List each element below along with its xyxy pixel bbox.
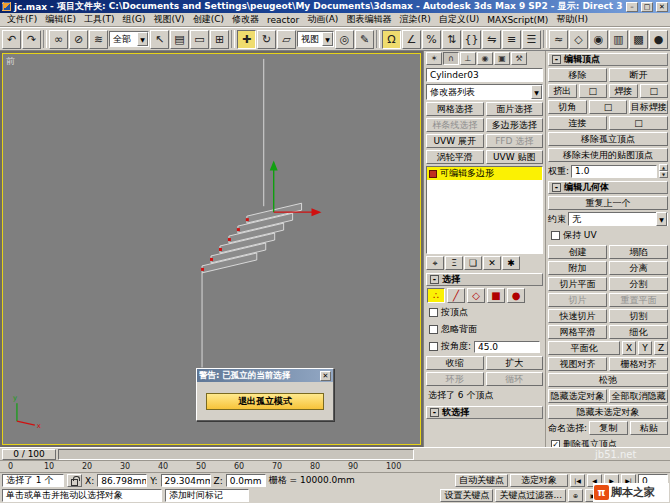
delete-isolated-vertices-checkbox[interactable]: ✓ 删除孤立顶点 <box>551 438 665 447</box>
select-object-icon[interactable]: ↖ <box>150 30 169 49</box>
unhide-all-button[interactable]: 全部取消隐藏 <box>609 389 668 403</box>
named-selection-sets-icon[interactable]: {} <box>462 30 481 49</box>
modifier-stack[interactable]: 可编辑多边形 <box>426 166 543 254</box>
remove-button[interactable]: 移除 <box>548 68 607 82</box>
msmooth-button[interactable]: 网格平滑 <box>548 325 607 339</box>
select-and-move-icon[interactable]: ✚ <box>237 30 256 49</box>
auto-key-button[interactable]: 自动关键点 <box>455 474 508 487</box>
modifier-set-button[interactable]: 网格选择 <box>426 102 484 116</box>
modifier-set-button[interactable]: UVW 贴图 <box>486 150 544 164</box>
chevron-down-icon[interactable]: ▼ <box>137 32 148 46</box>
bind-to-spacewarp-icon[interactable]: ≋ <box>89 30 108 49</box>
menu-graph-editors[interactable]: 图表编辑器 <box>342 13 395 26</box>
schematic-view-icon[interactable]: ◇ <box>569 30 588 49</box>
remove-modifier-icon[interactable]: ✕ <box>483 256 501 270</box>
chevron-down-icon[interactable]: ▼ <box>322 32 333 46</box>
shrink-button[interactable]: 收缩 <box>426 356 484 370</box>
element-subobject-icon[interactable]: ● <box>507 288 525 303</box>
quick-slice-button[interactable]: 快速切片 <box>548 309 607 323</box>
weight-field[interactable]: 1.0 <box>571 165 657 178</box>
cut-button[interactable]: 切割 <box>609 309 668 323</box>
hide-selected-button[interactable]: 隐藏选定对象 <box>548 389 607 403</box>
show-end-result-icon[interactable]: Ξ <box>445 256 463 270</box>
planar-x-button[interactable]: X <box>622 341 636 355</box>
menu-group[interactable]: 组(G) <box>118 13 149 26</box>
menu-edit[interactable]: 编辑(E) <box>41 13 80 26</box>
set-key-button[interactable]: 设置关键点 <box>440 489 493 502</box>
angle-snap-icon[interactable]: ∠ <box>402 30 421 49</box>
rollout-selection-header[interactable]: - 选择 <box>426 273 543 286</box>
checkbox-icon[interactable] <box>429 325 438 334</box>
menu-animation[interactable]: 动画(A) <box>303 13 342 26</box>
menu-file[interactable]: 文件(F) <box>3 13 41 26</box>
window-crossing-icon[interactable]: ⊞ <box>210 30 229 49</box>
stack-item-editable-poly[interactable]: 可编辑多边形 <box>427 167 542 180</box>
by-vertex-checkbox[interactable]: 按顶点 <box>429 306 540 319</box>
attach-button[interactable]: 附加 <box>548 261 607 275</box>
connect-settings-icon[interactable]: □ <box>609 116 668 130</box>
grid-align-button[interactable]: 栅格对齐 <box>609 357 668 371</box>
modifier-set-button[interactable]: 涡轮平滑 <box>426 150 484 164</box>
dialog-close-icon[interactable]: ✕ <box>320 371 331 381</box>
grow-button[interactable]: 扩大 <box>486 356 544 370</box>
menu-help[interactable]: 帮助(H) <box>552 13 592 26</box>
ignore-backfacing-checkbox[interactable]: 忽略背面 <box>429 323 540 336</box>
minimize-button[interactable]: – <box>626 2 638 12</box>
chamfer-button[interactable]: 切角 <box>548 100 587 114</box>
planar-y-button[interactable]: Y <box>638 341 652 355</box>
tab-display-icon[interactable]: ▣ <box>494 52 510 65</box>
target-weld-button[interactable]: 目标焊接 <box>629 100 668 114</box>
chevron-down-icon[interactable]: ▼ <box>531 85 542 99</box>
select-and-rotate-icon[interactable]: ↻ <box>257 30 276 49</box>
timeline-ruler[interactable]: 0 10 20 30 40 50 60 70 80 90 100 <box>0 460 670 473</box>
viewport-label[interactable]: 前 <box>6 55 15 68</box>
y-coordinate-field[interactable]: 29.304mm <box>161 474 211 487</box>
reference-coordinate-dropdown[interactable]: 视图 ▼ <box>297 31 334 47</box>
by-angle-checkbox[interactable]: 按角度: 45.0 <box>429 340 540 353</box>
menu-create[interactable]: 创建(C) <box>189 13 228 26</box>
key-filters-button[interactable]: 关键点过滤器... <box>495 489 566 502</box>
dialog-title-bar[interactable]: 警告: 已孤立的当前选择 ✕ <box>197 369 333 382</box>
select-and-scale-icon[interactable]: ▱ <box>277 30 296 49</box>
render-type-icon[interactable]: ▩ <box>629 30 648 49</box>
unlink-selection-icon[interactable]: ⊘ <box>69 30 88 49</box>
modifier-list-dropdown[interactable]: 修改器列表 ▼ <box>426 84 543 100</box>
planar-z-button[interactable]: Z <box>654 341 668 355</box>
angle-value-field[interactable]: 45.0 <box>474 341 540 353</box>
weight-spinner[interactable]: ▲▼ <box>659 164 668 178</box>
select-and-manipulate-icon[interactable]: ✎ <box>355 30 374 49</box>
menu-reactor[interactable]: reactor <box>263 15 303 25</box>
viewport-front[interactable]: y x 前 警告: 已孤立的当前选择 ✕ 退出孤立模式 <box>2 53 421 445</box>
zoom-icon[interactable]: ⊕ <box>568 489 583 502</box>
modifier-set-button[interactable]: 多边形选择 <box>486 118 544 132</box>
menu-rendering[interactable]: 渲染(R) <box>395 13 434 26</box>
exit-isolation-button[interactable]: 退出孤立模式 <box>206 393 324 410</box>
make-planar-button[interactable]: 平面化 <box>548 341 620 355</box>
extrude-settings-icon[interactable]: □ <box>579 84 608 98</box>
extrude-button[interactable]: 挤出 <box>548 84 577 98</box>
menu-customize[interactable]: 自定义(U) <box>435 13 484 26</box>
checkbox-icon[interactable] <box>429 342 438 351</box>
align-icon[interactable]: ≡ <box>502 30 521 49</box>
time-slider-track[interactable] <box>58 449 414 460</box>
pin-stack-icon[interactable]: ⌖ <box>426 256 444 270</box>
undo-icon[interactable]: ↶ <box>2 30 21 49</box>
view-align-button[interactable]: 视图对齐 <box>548 357 607 371</box>
split-button[interactable]: 分割 <box>609 277 668 291</box>
menu-views[interactable]: 视图(V) <box>149 13 188 26</box>
copy-button[interactable]: 复制 <box>589 421 627 435</box>
maximize-button[interactable]: □ <box>641 2 653 12</box>
menu-maxscript[interactable]: MAXScript(M) <box>483 15 552 25</box>
select-and-link-icon[interactable]: ∞ <box>49 30 68 49</box>
tab-create-icon[interactable]: ✶ <box>426 52 442 65</box>
edge-subobject-icon[interactable]: ╱ <box>447 288 465 303</box>
x-coordinate-field[interactable]: 86.798mm <box>97 474 147 487</box>
border-subobject-icon[interactable]: ◇ <box>467 288 485 303</box>
selection-filter-dropdown[interactable]: 全部 ▼ <box>109 31 149 47</box>
select-by-name-icon[interactable]: ▤ <box>170 30 189 49</box>
menu-modifiers[interactable]: 修改器 <box>228 13 263 26</box>
percent-snap-icon[interactable]: % <box>422 30 441 49</box>
weld-button[interactable]: 焊接 <box>609 84 638 98</box>
hide-unselected-button[interactable]: 隐藏未选定对象 <box>548 405 668 419</box>
menu-tools[interactable]: 工具(T) <box>80 13 119 26</box>
